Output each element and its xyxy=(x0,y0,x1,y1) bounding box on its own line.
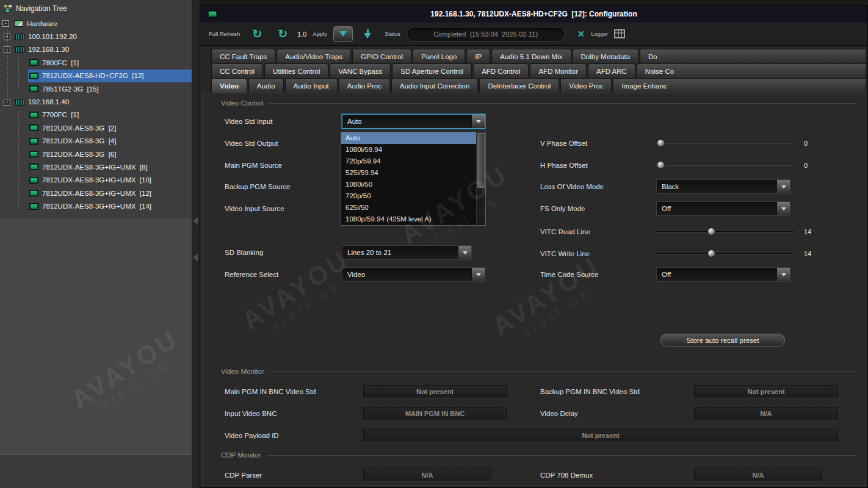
tree-node-label: 7812UDX-AES8-3G [2] xyxy=(42,124,116,132)
root-icon xyxy=(14,20,23,27)
tab-audio-proc[interactable]: Audio Proc xyxy=(339,78,390,93)
tree-node-7700fc-1[interactable]: 7700FC [1] xyxy=(0,109,192,121)
tab-noise-co[interactable]: Noise Co xyxy=(637,63,866,78)
collapse-icon[interactable]: - xyxy=(2,20,9,27)
slider-thumb[interactable] xyxy=(707,249,715,257)
label-video-input-source: Video Input Source xyxy=(225,201,284,216)
slider-thumb[interactable] xyxy=(657,139,665,147)
tab-afd-arc[interactable]: AFD ARC xyxy=(588,63,635,78)
tab-cc-fault-traps[interactable]: CC Fault Traps xyxy=(211,49,275,63)
v-phase-offset-slider[interactable] xyxy=(656,136,794,151)
option-1080i-59-94[interactable]: 1080i/59.94 xyxy=(341,144,476,156)
loss-of-video-mode-dropdown[interactable]: Black xyxy=(656,179,790,194)
tree-node-7812udx-aes8-3g-ig-umx-14[interactable]: 7812UDX-AES8-3G+IG+UMX [14] xyxy=(0,199,192,212)
tab-afd-monitor[interactable]: AFD Monitor xyxy=(530,63,587,78)
tab-utilities-control[interactable]: Utilities Control xyxy=(264,63,328,78)
tree-node-content: 7851TG2-3G [15] xyxy=(28,82,192,95)
dropdown-button[interactable] xyxy=(776,268,790,281)
tab-gpio-control[interactable]: GPIO Control xyxy=(352,49,411,63)
collapse-panel-arrow-icon[interactable] xyxy=(193,217,198,224)
option-auto[interactable]: Auto xyxy=(341,132,476,144)
grid-view-icon[interactable] xyxy=(614,29,625,38)
fs-only-mode-dropdown[interactable]: Off xyxy=(656,201,790,216)
vitc-read-line-slider[interactable] xyxy=(656,224,794,239)
tab-video-proc[interactable]: Video Proc xyxy=(560,78,612,93)
option-1080p-59-94-425m-level-a[interactable]: 1080p/59.94 (425M level A) xyxy=(341,214,476,225)
field-value: N/A xyxy=(753,472,764,479)
tree-node-100-101-192-20[interactable]: +100.101.192.20 xyxy=(0,30,192,43)
tree-node-7812udx-aes8-hd-cf2g-12[interactable]: 7812UDX-AES8-HD+CF2G [12] xyxy=(0,70,192,82)
tree-node-7812udx-aes8-3g-2[interactable]: 7812UDX-AES8-3G [2] xyxy=(0,121,192,134)
disconnect-icon[interactable]: ✕ xyxy=(577,29,585,40)
option-525i-59-94[interactable]: 525i/59.94 xyxy=(341,167,476,179)
tab-audio-5-1-down-mix[interactable]: Audio 5.1 Down Mix xyxy=(491,49,571,63)
tab-afd-control[interactable]: AFD Control xyxy=(473,63,529,78)
tree-node-7812udx-aes8-3g-6[interactable]: 7812UDX-AES8-3G [6] xyxy=(0,148,192,160)
tree-node-content: Hardware xyxy=(13,17,192,30)
tab-do[interactable]: Do xyxy=(640,49,866,63)
tab-audio-video-traps[interactable]: Audio/Video Traps xyxy=(277,49,351,63)
tab-audio-input[interactable]: Audio Input xyxy=(285,78,338,93)
slider-track xyxy=(656,165,794,166)
tab-ip[interactable]: IP xyxy=(466,49,490,63)
cdp-parser-field: N/A xyxy=(363,468,491,482)
label-sd-blanking: SD Blanking xyxy=(225,245,263,260)
h-phase-offset-slider[interactable] xyxy=(656,158,794,173)
slider-thumb[interactable] xyxy=(657,161,665,169)
reference-select-dropdown[interactable]: Video xyxy=(342,267,485,282)
panel-splitter[interactable] xyxy=(192,0,200,488)
slider-thumb[interactable] xyxy=(707,228,715,235)
option-720p-50[interactable]: 720p/50 xyxy=(341,190,476,202)
dropdown-button[interactable] xyxy=(776,202,790,215)
download-icon[interactable] xyxy=(364,29,371,38)
tree-node-content: 7812UDX-AES8-3G [2] xyxy=(28,121,192,134)
tree-node-7851tg2-3g-15[interactable]: 7851TG2-3G [15] xyxy=(0,82,192,95)
tree-node-label: 192.168.1.40 xyxy=(28,98,69,106)
tab-video[interactable]: Video xyxy=(211,78,247,93)
tree-node-hardware[interactable]: -Hardware xyxy=(0,17,192,30)
tab-panel-logo[interactable]: Panel Logo xyxy=(413,49,465,63)
section-title: Video Monitor xyxy=(221,368,264,375)
tab-cc-control[interactable]: CC Control xyxy=(211,63,263,78)
dropdown-button[interactable] xyxy=(776,180,790,193)
chevron-down-icon xyxy=(781,185,786,188)
label-video-std-output: Video Std Output xyxy=(225,136,278,151)
vitc-write-line-slider[interactable] xyxy=(656,246,794,261)
auto-refresh-icon[interactable]: ↻ xyxy=(278,28,288,40)
navigation-tree: -Hardware+100.101.192.20-192.168.1.30780… xyxy=(0,17,192,213)
tree-node-7812udx-aes8-3g-ig-umx-8[interactable]: 7812UDX-AES8-3G+IG+UMX [8] xyxy=(0,160,192,173)
tab-vanc-bypass[interactable]: VANC Bypass xyxy=(330,63,391,78)
option-1080i-50[interactable]: 1080i/50 xyxy=(341,179,476,190)
apply-button[interactable] xyxy=(333,26,353,42)
tab-audio[interactable]: Audio xyxy=(248,78,283,93)
time-code-source-dropdown[interactable]: Off xyxy=(656,267,790,282)
option-720p-59-94[interactable]: 720p/59.94 xyxy=(341,156,476,167)
dropdown-button[interactable] xyxy=(471,268,485,281)
tree-node-192-168-1-30[interactable]: -192.168.1.30 xyxy=(0,43,192,56)
tab-sd-aperture-control[interactable]: SD Aperture Control xyxy=(392,63,472,78)
full-refresh-icon[interactable]: ↻ xyxy=(252,28,262,40)
tree-node-7812udx-aes8-3g-ig-umx-12[interactable]: 7812UDX-AES8-3G+IG+UMX [12] xyxy=(0,187,192,199)
sd-blanking-dropdown[interactable]: Lines 20 to 21 xyxy=(342,245,472,260)
option-625i-50[interactable]: 625i/50 xyxy=(341,202,476,214)
video-payload-id-field: Not present xyxy=(363,429,838,442)
tree-node-7800fc-1[interactable]: 7800FC [1] xyxy=(0,56,192,69)
scrollbar-thumb[interactable] xyxy=(477,133,485,188)
tab-image-enhanc[interactable]: Image Enhanc xyxy=(613,78,866,93)
video-std-input-dropdown[interactable]: Auto xyxy=(342,114,485,129)
tab-deinterlacer-control[interactable]: DeInterlacer Control xyxy=(479,78,559,93)
dropdown-button[interactable] xyxy=(458,246,471,259)
label-vitc-write-line: VITC Write Line xyxy=(540,246,590,261)
dropdown-button[interactable] xyxy=(471,115,485,128)
navigation-tree-icon xyxy=(4,4,12,13)
tab-audio-input-correction[interactable]: Audio Input Correction xyxy=(391,78,478,93)
nav-panel-lower xyxy=(0,218,192,454)
tree-node-7812udx-aes8-3g-4[interactable]: 7812UDX-AES8-3G [4] xyxy=(0,135,192,148)
configuration-window: 192.168.1.30, 7812UDX-AES8-HD+CF2G [12]:… xyxy=(200,5,868,488)
options-scrollbar[interactable] xyxy=(476,132,485,225)
tree-node-7812udx-aes8-3g-ig-umx-10[interactable]: 7812UDX-AES8-3G+IG+UMX [10] xyxy=(0,174,192,187)
collapse-panel-arrow-icon[interactable] xyxy=(193,254,198,261)
tab-dolby-metadata[interactable]: Dolby Metadata xyxy=(573,49,639,63)
store-auto-recall-preset-button[interactable]: Store auto recall preset xyxy=(660,334,785,346)
tree-node-192-168-1-40[interactable]: -192.168.1.40 xyxy=(0,95,192,108)
